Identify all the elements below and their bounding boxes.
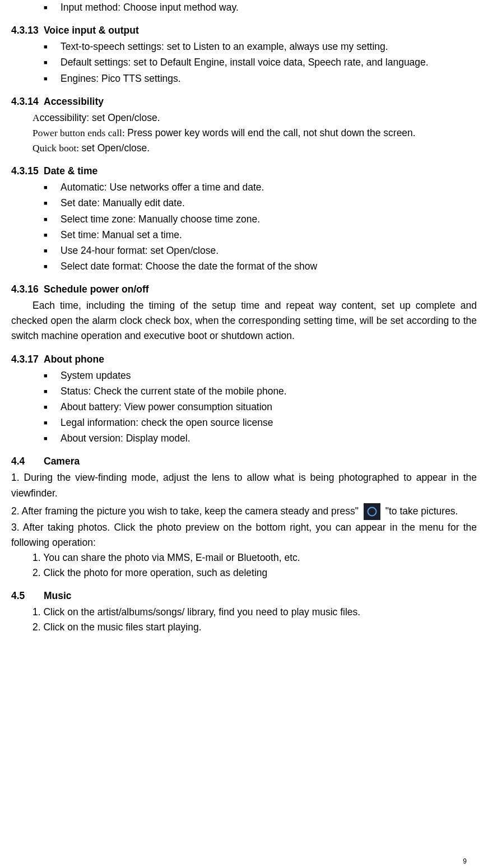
list-text: Default settings: set to Default Engine,…	[61, 57, 429, 68]
list-item: System updates	[44, 368, 477, 383]
list-text: Select time zone: Manually choose time z…	[61, 213, 260, 225]
list-text: Set date: Manually edit date.	[61, 197, 185, 208]
heading-num: 4.3.16	[11, 282, 44, 297]
list-4317: System updates Status: Check the current…	[11, 368, 477, 447]
list-text: Legal information: check the open source…	[61, 417, 273, 428]
camera-shutter-icon	[364, 503, 380, 520]
list-item: Status: Check the current state of the m…	[44, 384, 477, 399]
page-number: 9	[463, 856, 467, 867]
list-text: Select date format: Choose the date the …	[61, 261, 317, 272]
line-quick-boot: Quick boot: set Open/close.	[11, 141, 477, 156]
list-text: Text-to-speech settings: set to Listen t…	[61, 41, 388, 52]
heading-num: 4.3.14	[11, 94, 44, 109]
heading-4315: 4.3.15Date & time	[11, 164, 477, 179]
list-4315: Automatic: Use networks offer a time and…	[11, 180, 477, 274]
list-item: Select date format: Choose the date the …	[44, 259, 477, 274]
list-text: Set time: Manual set a time.	[61, 229, 182, 240]
list-text: Use 24-hour format: set Open/close.	[61, 245, 219, 256]
rest-text: ccessibility: set Open/close.	[40, 112, 160, 123]
list-text: Engines: Pico TTS settings.	[61, 73, 181, 84]
camera-sub2: 2. Click the photo for more operation, s…	[11, 565, 477, 581]
rest-text: set Open/close.	[82, 142, 150, 154]
camera-sub1: 1. You can share the photo via MMS, E-ma…	[11, 550, 477, 565]
rest-text: Press power key words will end the call,…	[127, 127, 416, 138]
heading-num: 4.3.13	[11, 23, 44, 38]
camera-p2a: 2. After framing the picture you wish to…	[11, 505, 361, 516]
serif-text: Power button ends call:	[32, 127, 127, 138]
list-item: Use 24-hour format: set Open/close.	[44, 243, 477, 258]
serif-text: Quick boot:	[32, 142, 82, 154]
list-item: Default settings: set to Default Engine,…	[44, 55, 477, 70]
heading-num: 4.4	[11, 454, 44, 469]
line-accessibility: Accessibility: set Open/close.	[11, 110, 477, 126]
heading-4317: 4.3.17About phone	[11, 352, 477, 367]
list-item: Text-to-speech settings: set to Listen t…	[44, 39, 477, 54]
heading-title: Camera	[44, 456, 80, 467]
list-text: About version: Display model.	[61, 433, 190, 444]
heading-title: Schedule power on/off	[44, 284, 149, 295]
list-item: Automatic: Use networks offer a time and…	[44, 180, 477, 195]
list-4313: Text-to-speech settings: set to Listen t…	[11, 39, 477, 86]
heading-title: About phone	[44, 354, 104, 365]
list-text: Automatic: Use networks offer a time and…	[61, 182, 264, 193]
heading-title: Date & time	[44, 165, 97, 177]
list-item: Engines: Pico TTS settings.	[44, 71, 477, 86]
list-text: About battery: View power consumption si…	[61, 401, 272, 412]
music-item-2: 2. Click on the music files start playin…	[11, 620, 477, 635]
list-item: Set date: Manually edit date.	[44, 196, 477, 211]
heading-4313: 4.3.13Voice input & output	[11, 23, 477, 38]
camera-p2: 2. After framing the picture you wish to…	[11, 503, 477, 520]
line-power-button: Power button ends call: Press power key …	[11, 126, 477, 141]
list-item: Input method: Choose input method way.	[44, 0, 477, 15]
heading-4316: 4.3.16Schedule power on/off	[11, 282, 477, 297]
music-item-1: 1. Click on the artist/albums/songs/ lib…	[11, 605, 477, 620]
list-text: Status: Check the current state of the m…	[61, 386, 287, 397]
input-method-list: Input method: Choose input method way.	[11, 0, 477, 15]
list-text: Input method: Choose input method way.	[61, 2, 239, 13]
list-item: About battery: View power consumption si…	[44, 400, 477, 415]
heading-num: 4.3.17	[11, 352, 44, 367]
camera-p1: 1. During the view-finding mode, adjust …	[11, 470, 477, 500]
list-text: System updates	[61, 370, 131, 381]
heading-title: Voice input & output	[44, 25, 139, 36]
camera-p2b: "to take pictures.	[383, 505, 458, 516]
camera-p3: 3. After taking photos. Click the photo …	[11, 520, 477, 550]
heading-title: Accessibility	[44, 96, 104, 107]
heading-num: 4.3.15	[11, 164, 44, 179]
heading-4314: 4.3.14Accessibility	[11, 94, 477, 109]
body-4316: Each time, including the timing of the s…	[11, 298, 477, 344]
serif-text: A	[32, 112, 40, 123]
heading-title: Music	[44, 590, 72, 601]
heading-44: 4.4Camera	[11, 454, 477, 469]
list-item: Select time zone: Manually choose time z…	[44, 212, 477, 227]
heading-45: 4.5Music	[11, 588, 477, 604]
list-item: About version: Display model.	[44, 431, 477, 446]
list-item: Legal information: check the open source…	[44, 415, 477, 430]
heading-num: 4.5	[11, 588, 44, 604]
list-item: Set time: Manual set a time.	[44, 228, 477, 243]
